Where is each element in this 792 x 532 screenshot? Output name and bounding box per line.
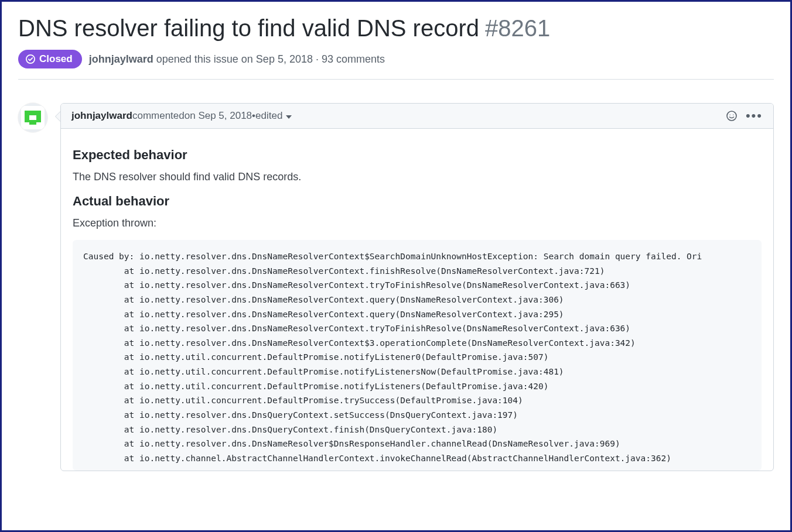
comment-tail-icon [55,111,60,122]
issue-meta-row: Closed johnjaylward opened this issue on… [18,50,774,80]
issue-title: DNS resolver failing to find valid DNS r… [18,13,479,43]
comment-thread: johnjaylward commented on Sep 5, 2018 • … [18,103,774,471]
svg-rect-5 [29,120,36,125]
text-actual-behavior: Exception thrown: [73,217,762,229]
text-expected-behavior: The DNS resolver should find valid DNS r… [73,171,762,183]
issue-opened-text: opened this issue [156,53,241,65]
issue-title-row: DNS resolver failing to find valid DNS r… [18,13,774,43]
avatar-icon [21,106,45,129]
check-circle-icon [25,54,36,64]
comment-edited-label[interactable]: edited [255,110,282,122]
stacktrace-code-block: Caused by: io.netty.resolver.dns.DnsName… [73,240,762,471]
comment-header: johnjaylward commented on Sep 5, 2018 • … [61,104,773,129]
comment-author-avatar[interactable] [18,103,47,132]
kebab-icon: ••• [746,109,763,122]
svg-point-8 [733,114,733,115]
issue-opened-date: on Sep 5, 2018 [241,53,313,65]
comment-author-link[interactable]: johnjaylward [71,110,132,122]
comment-body: Expected behavior The DNS resolver shoul… [61,129,773,471]
issue-state-badge: Closed [18,50,82,68]
comment-action-text: commented [132,110,185,122]
issue-number: #8261 [485,15,550,42]
comment-actions-menu[interactable]: ••• [746,109,763,122]
issue-meta-separator: · [316,53,322,65]
caret-down-icon[interactable] [286,110,292,122]
svg-point-0 [26,55,35,63]
svg-point-7 [729,114,730,115]
svg-rect-3 [25,111,29,122]
add-reaction-button[interactable] [726,110,738,122]
heading-actual-behavior: Actual behavior [73,194,762,209]
issue-author-link[interactable]: johnjaylward [89,53,153,65]
emoji-icon [726,110,738,122]
heading-expected-behavior: Expected behavior [73,147,762,163]
issue-state-label: Closed [39,53,73,65]
comment-container: johnjaylward commented on Sep 5, 2018 • … [60,103,774,471]
comment-date[interactable]: on Sep 5, 2018 [185,110,252,122]
svg-rect-4 [36,111,41,122]
comment-box: johnjaylward commented on Sep 5, 2018 • … [60,103,774,471]
svg-point-6 [727,111,736,121]
issue-comment-count: 93 comments [322,53,385,65]
issue-meta-text: johnjaylward opened this issue on Sep 5,… [89,53,385,66]
